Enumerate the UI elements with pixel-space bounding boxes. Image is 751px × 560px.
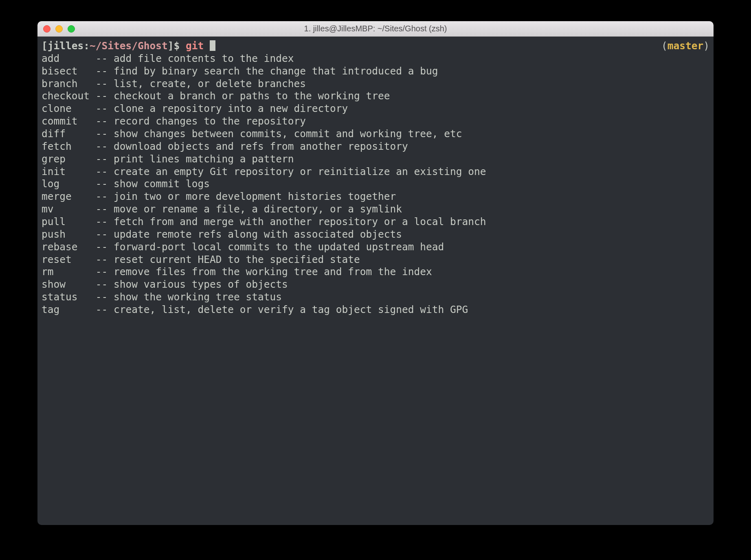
completion-separator: -- xyxy=(96,78,114,90)
completion-description: create an empty Git repository or reinit… xyxy=(114,166,486,177)
completion-row[interactable]: pull -- fetch from and merge with anothe… xyxy=(42,216,709,228)
titlebar[interactable]: 1. jilles@JillesMBP: ~/Sites/Ghost (zsh) xyxy=(37,21,714,37)
completion-separator: -- xyxy=(96,115,114,127)
completion-command: clone xyxy=(42,103,96,114)
git-branch-indicator: (master) xyxy=(661,40,709,52)
completion-description: show the working tree status xyxy=(114,291,282,303)
completion-separator: -- xyxy=(96,65,114,77)
prompt-command: git xyxy=(186,40,210,52)
completion-description: find by binary search the change that in… xyxy=(114,65,438,77)
completion-separator: -- xyxy=(96,216,114,228)
completion-description: checkout a branch or paths to the workin… xyxy=(114,90,390,102)
completion-row[interactable]: bisect -- find by binary search the chan… xyxy=(42,65,709,78)
minimize-icon[interactable] xyxy=(55,25,63,33)
completion-command: rm xyxy=(42,266,96,278)
completion-row[interactable]: branch -- list, create, or delete branch… xyxy=(42,78,709,90)
completion-command: rebase xyxy=(42,241,96,253)
completion-description: create, list, delete or verify a tag obj… xyxy=(114,304,468,315)
completion-row[interactable]: tag -- create, list, delete or verify a … xyxy=(42,304,709,316)
bracket-close: ] xyxy=(168,40,174,52)
completion-command: push xyxy=(42,228,96,240)
completion-description: download objects and refs from another r… xyxy=(114,140,408,152)
completion-row[interactable]: add -- add file contents to the index xyxy=(42,52,709,65)
completion-list: add -- add file contents to the indexbis… xyxy=(42,52,709,316)
completion-description: update remote refs along with associated… xyxy=(114,228,402,240)
completion-separator: -- xyxy=(96,278,114,290)
completion-description: join two or more development histories t… xyxy=(114,190,396,202)
completion-separator: -- xyxy=(96,254,114,265)
completion-row[interactable]: diff -- show changes between commits, co… xyxy=(42,128,709,140)
prompt-dollar: $ xyxy=(174,40,186,52)
completion-separator: -- xyxy=(96,153,114,165)
completion-description: forward-port local commits to the update… xyxy=(114,241,444,253)
window-title: 1. jilles@JillesMBP: ~/Sites/Ghost (zsh) xyxy=(37,24,714,33)
completion-row[interactable]: log -- show commit logs xyxy=(42,178,709,190)
completion-description: reset current HEAD to the specified stat… xyxy=(114,254,360,265)
completion-separator: -- xyxy=(96,266,114,278)
branch-paren-close: ) xyxy=(703,40,709,52)
completion-command: checkout xyxy=(42,90,96,102)
completion-row[interactable]: show -- show various types of objects xyxy=(42,278,709,291)
prompt-user: jilles xyxy=(48,40,84,52)
completion-description: remove files from the working tree and f… xyxy=(114,266,432,278)
completion-command: diff xyxy=(42,128,96,140)
completion-separator: -- xyxy=(96,166,114,177)
completion-description: clone a repository into a new directory xyxy=(114,103,348,114)
zoom-icon[interactable] xyxy=(68,25,75,33)
completion-command: commit xyxy=(42,115,96,127)
completion-description: fetch from and merge with another reposi… xyxy=(114,216,486,228)
completion-row[interactable]: grep -- print lines matching a pattern xyxy=(42,153,709,166)
prompt-line: [jilles:~/Sites/Ghost]$ git (master) xyxy=(42,40,709,52)
completion-description: list, create, or delete branches xyxy=(114,78,306,90)
terminal-body[interactable]: [jilles:~/Sites/Ghost]$ git (master) add… xyxy=(37,37,714,525)
completion-command: status xyxy=(42,291,96,303)
completion-row[interactable]: push -- update remote refs along with as… xyxy=(42,228,709,241)
completion-command: reset xyxy=(42,254,96,265)
completion-description: add file contents to the index xyxy=(114,52,294,64)
completion-command: show xyxy=(42,278,96,290)
completion-command: pull xyxy=(42,216,96,228)
completion-row[interactable]: fetch -- download objects and refs from … xyxy=(42,140,709,153)
completion-command: add xyxy=(42,52,96,64)
completion-separator: -- xyxy=(96,128,114,140)
completion-row[interactable]: mv -- move or rename a file, a directory… xyxy=(42,203,709,216)
completion-separator: -- xyxy=(96,304,114,315)
completion-row[interactable]: commit -- record changes to the reposito… xyxy=(42,115,709,128)
completion-separator: -- xyxy=(96,103,114,114)
completion-row[interactable]: merge -- join two or more development hi… xyxy=(42,190,709,203)
traffic-lights xyxy=(37,25,75,33)
completion-separator: -- xyxy=(96,241,114,253)
completion-description: show various types of objects xyxy=(114,278,288,290)
completion-command: log xyxy=(42,178,96,190)
completion-command: mv xyxy=(42,203,96,215)
completion-separator: -- xyxy=(96,190,114,202)
completion-description: move or rename a file, a directory, or a… xyxy=(114,203,402,215)
prompt-left: [jilles:~/Sites/Ghost]$ git xyxy=(42,40,215,52)
cursor-icon xyxy=(210,40,215,51)
completion-row[interactable]: rm -- remove files from the working tree… xyxy=(42,266,709,278)
completion-description: record changes to the repository xyxy=(114,115,306,127)
close-icon[interactable] xyxy=(43,25,51,33)
terminal-window: 1. jilles@JillesMBP: ~/Sites/Ghost (zsh)… xyxy=(37,21,714,525)
bracket-open: [ xyxy=(42,40,48,52)
completion-row[interactable]: reset -- reset current HEAD to the speci… xyxy=(42,254,709,266)
completion-command: init xyxy=(42,166,96,177)
completion-separator: -- xyxy=(96,228,114,240)
completion-row[interactable]: init -- create an empty Git repository o… xyxy=(42,166,709,178)
completion-separator: -- xyxy=(96,291,114,303)
completion-row[interactable]: status -- show the working tree status xyxy=(42,291,709,304)
completion-command: branch xyxy=(42,78,96,90)
completion-description: show changes between commits, commit and… xyxy=(114,128,462,140)
completion-separator: -- xyxy=(96,203,114,215)
completion-row[interactable]: clone -- clone a repository into a new d… xyxy=(42,103,709,115)
completion-command: grep xyxy=(42,153,96,165)
completion-row[interactable]: checkout -- checkout a branch or paths t… xyxy=(42,90,709,103)
completion-separator: -- xyxy=(96,140,114,152)
completion-command: bisect xyxy=(42,65,96,77)
completion-row[interactable]: rebase -- forward-port local commits to … xyxy=(42,241,709,254)
completion-command: fetch xyxy=(42,140,96,152)
branch-paren-open: ( xyxy=(661,40,668,52)
completion-command: merge xyxy=(42,190,96,202)
completion-separator: -- xyxy=(96,178,114,190)
prompt-path: ~/Sites/Ghost xyxy=(90,40,168,52)
